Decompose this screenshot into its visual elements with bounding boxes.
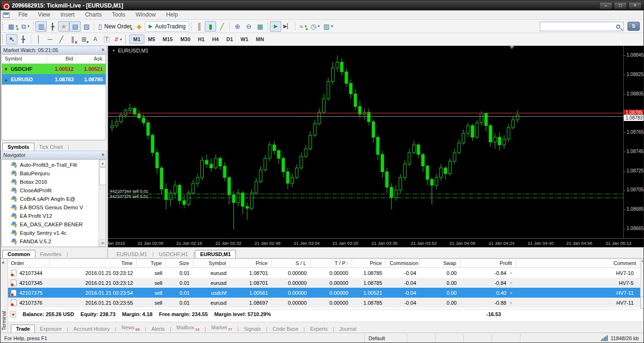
new-chart-button[interactable]: ▦+▾ bbox=[6, 21, 19, 32]
orders-column-profit[interactable]: Profit bbox=[460, 259, 516, 268]
orders-column-order[interactable]: Order bbox=[8, 259, 50, 268]
menu-item-charts[interactable]: Charts bbox=[80, 10, 107, 19]
orders-column-price[interactable]: Price bbox=[230, 259, 272, 268]
scrollbar-thumb[interactable] bbox=[641, 297, 644, 309]
order-row-42107344[interactable]: 421073442016.01.21 03:23:12sell0.01eurus… bbox=[8, 268, 640, 278]
scrollbar-thumb[interactable] bbox=[99, 167, 106, 185]
market-watch-column-symbol[interactable]: Symbol bbox=[2, 55, 47, 63]
minimize-button[interactable]: – bbox=[599, 2, 612, 9]
equidistant-channel-button[interactable]: ∥E bbox=[67, 34, 78, 44]
tile-windows-button[interactable]: ▦ bbox=[254, 21, 266, 32]
profiles-button[interactable]: ⧉▾ bbox=[19, 21, 31, 32]
scroll-up-icon[interactable]: ▲ bbox=[99, 160, 106, 167]
terminal-tab-exposure[interactable]: Exposure bbox=[35, 325, 66, 333]
navigator-scrollbar[interactable]: ▲ ▼ bbox=[99, 160, 106, 247]
maximize-button[interactable]: □ bbox=[614, 2, 627, 9]
vertical-line-button[interactable]: │ bbox=[33, 34, 44, 44]
crosshair-button[interactable]: ╊ bbox=[17, 34, 29, 44]
navigator-item[interactable]: Equity Sentry v1.4c bbox=[2, 229, 94, 237]
order-row-42107376[interactable]: 421073762016.01.21 03:23:55sell0.01eurus… bbox=[8, 298, 640, 308]
chart-plot[interactable]: ▼EURUSD,M1 #42107344 sell 0.01#42107376 … bbox=[108, 46, 623, 238]
close-order-icon[interactable]: × bbox=[510, 281, 512, 286]
line-chart-button[interactable]: ╱ bbox=[216, 21, 227, 32]
market-watch-row-eurusd[interactable]: ▲EURUSD1.087831.08785 bbox=[2, 74, 106, 85]
orders-column-type[interactable]: Type bbox=[137, 259, 166, 268]
text-label-button[interactable]: T bbox=[101, 34, 112, 44]
terminal-tab-journal[interactable]: Journal bbox=[335, 325, 361, 333]
terminal-tab-experts[interactable]: Experts bbox=[305, 325, 332, 333]
orders-column-comment[interactable]: Comment bbox=[516, 259, 640, 268]
terminal-tab-market[interactable]: Market77 bbox=[207, 324, 237, 333]
terminal-tab-alerts[interactable]: Alerts bbox=[147, 325, 169, 333]
terminal-scrollbar[interactable]: ▲ bbox=[640, 259, 644, 309]
timeframe-button-m1[interactable]: M1 bbox=[129, 34, 144, 44]
terminal-tab-mailbox[interactable]: Mailbox14 bbox=[172, 324, 204, 333]
terminal-tab-trade[interactable]: Trade bbox=[11, 325, 35, 333]
market-watch-column-bid[interactable]: Bid bbox=[47, 55, 76, 63]
terminal-toggle-button[interactable]: ▤ bbox=[69, 21, 81, 32]
menu-item-window[interactable]: Window bbox=[131, 10, 161, 19]
bar-chart-button[interactable]: ║ bbox=[193, 21, 205, 32]
menu-item-insert[interactable]: Insert bbox=[55, 10, 80, 19]
data-window-button[interactable]: ╊ bbox=[47, 21, 58, 32]
close-order-icon[interactable]: × bbox=[510, 271, 512, 276]
templates-button[interactable]: ▨▾ bbox=[322, 21, 335, 32]
scroll-up-icon[interactable]: ▲ bbox=[641, 259, 644, 263]
terminal-tab-news[interactable]: News99 bbox=[117, 324, 144, 333]
menu-item-tools[interactable]: Tools bbox=[107, 10, 131, 19]
orders-column-time[interactable]: Time bbox=[50, 259, 137, 268]
strategy-tester-button[interactable]: ▧ bbox=[81, 21, 92, 32]
fibonacci-button[interactable]: ≣F bbox=[78, 34, 90, 44]
notifications-badge[interactable]: 5 bbox=[627, 22, 640, 31]
navigator-item[interactable]: CoBrA sAiPi AngIn E@ bbox=[2, 195, 94, 203]
timeframe-button-h1[interactable]: H1 bbox=[194, 34, 209, 44]
timeframe-button-w1[interactable]: W1 bbox=[237, 34, 252, 44]
navigator-item[interactable]: Auto-Profit3_e-Trall_Filt bbox=[2, 161, 94, 169]
navigator-item[interactable]: EA Profit V12 bbox=[2, 212, 94, 220]
market-watch-column-ask[interactable]: Ask bbox=[76, 55, 106, 63]
timeframe-button-mn[interactable]: MN bbox=[252, 34, 268, 44]
navigator-tab-favorites[interactable]: Favorites bbox=[35, 250, 66, 258]
chart-symbol-label[interactable]: ▼EURUSD,M1 bbox=[112, 48, 149, 53]
time-axis[interactable]: 21 Jan 201621 Jan 02:0021 Jan 02:1621 Ja… bbox=[108, 238, 644, 247]
zoom-out-button[interactable]: ⊖ bbox=[243, 21, 254, 32]
navigator-toggle-button[interactable]: ★ bbox=[58, 21, 69, 32]
periods-button[interactable]: ◷▾ bbox=[309, 21, 321, 32]
terminal-close-icon[interactable]: × bbox=[2, 260, 4, 265]
timeframe-button-m15[interactable]: M15 bbox=[159, 34, 176, 44]
zoom-in-button[interactable]: ⊕ bbox=[232, 21, 243, 32]
orders-column-symbol[interactable]: Symbol bbox=[193, 259, 230, 268]
orders-column-size[interactable]: Size bbox=[166, 259, 193, 268]
navigator-item[interactable]: EA BOSS Genius Demo V bbox=[2, 203, 94, 212]
orders-column-price[interactable]: Price bbox=[352, 259, 386, 268]
market-watch-row-usdchf[interactable]: ▼USDCHF1.005121.00521 bbox=[2, 64, 106, 74]
search-input[interactable] bbox=[540, 23, 616, 30]
timeframe-button-m30[interactable]: M30 bbox=[176, 34, 194, 44]
terminal-tab-account-history[interactable]: Account History bbox=[69, 325, 115, 333]
navigator-item[interactable]: BatuPenjuru bbox=[2, 169, 94, 178]
search-icon[interactable] bbox=[616, 25, 620, 29]
close-order-icon[interactable]: × bbox=[510, 300, 512, 306]
navigator-tab-common[interactable]: Common bbox=[2, 250, 35, 258]
navigator-item[interactable]: FANDA V.5.2 bbox=[2, 237, 94, 246]
timeframe-button-m5[interactable]: M5 bbox=[144, 34, 159, 44]
market-watch-tab-tick-chart[interactable]: Tick Chart bbox=[34, 143, 67, 151]
market-watch-close-icon[interactable]: × bbox=[101, 47, 104, 52]
close-order-icon[interactable]: × bbox=[510, 291, 512, 296]
text-button[interactable]: A bbox=[90, 34, 101, 44]
chart-shift-button[interactable]: ▶▏ bbox=[281, 21, 293, 32]
price-axis[interactable]: 1.088451.088251.088051.087651.087451.087… bbox=[623, 46, 644, 238]
navigator-item[interactable]: EA_DAS_CAKEP BENER bbox=[2, 220, 94, 229]
market-watch-tab-symbols[interactable]: Symbols bbox=[2, 143, 34, 151]
chart-tab-usdchf-h1[interactable]: USDCHF,H1 bbox=[154, 250, 193, 258]
orders-column-t-p[interactable]: T / P ∕ bbox=[310, 259, 352, 268]
terminal-tab-code-base[interactable]: Code Base bbox=[268, 325, 303, 333]
toolbar-grip[interactable] bbox=[2, 35, 4, 43]
market-watch-toggle-button[interactable]: ▥↕ bbox=[35, 21, 47, 32]
terminal-tab-signals[interactable]: Signals bbox=[239, 325, 266, 333]
toolbar-grip[interactable] bbox=[2, 22, 4, 31]
navigator-item[interactable]: Botax 2016 bbox=[2, 178, 94, 186]
status-profile[interactable]: Default bbox=[365, 334, 407, 342]
chart-window-icon[interactable] bbox=[3, 12, 9, 18]
navigator-close-icon[interactable]: × bbox=[101, 152, 104, 157]
